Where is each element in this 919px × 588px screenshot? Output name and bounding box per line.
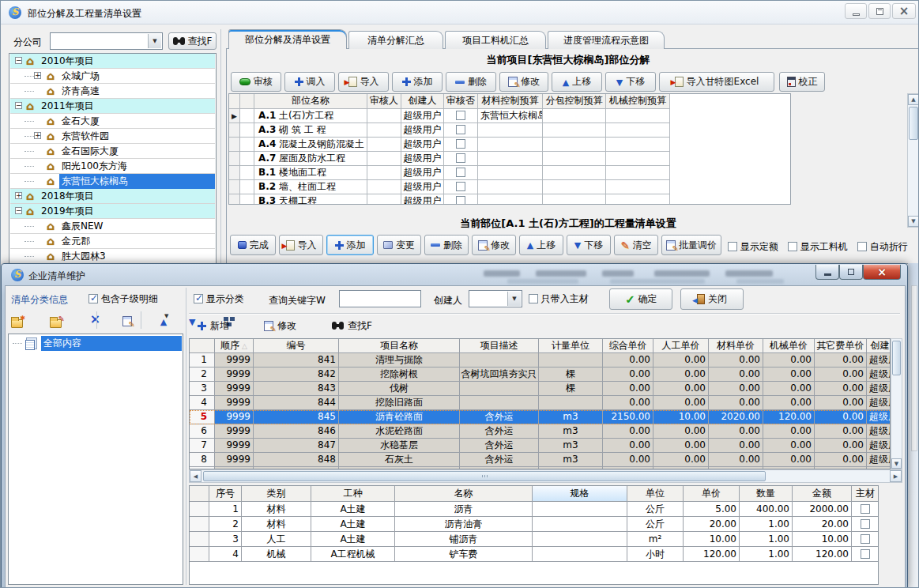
- cell-composite[interactable]: 0.00: [603, 396, 653, 410]
- cell-other[interactable]: 0.00: [815, 396, 867, 410]
- cell-qty[interactable]: 1.00: [740, 517, 793, 532]
- checkbox-checked[interactable]: [194, 294, 203, 303]
- cell-amount[interactable]: 20.00: [793, 517, 852, 532]
- cell-machine[interactable]: 0.00: [763, 424, 815, 439]
- cell-auditor[interactable]: [367, 109, 401, 123]
- tree-item-label[interactable]: 鑫辰NEW: [59, 219, 105, 234]
- cell-subcontract-budget[interactable]: [543, 123, 606, 138]
- cell-labor[interactable]: 0.00: [653, 396, 709, 410]
- header-amount[interactable]: 金额: [793, 486, 852, 502]
- modify-item-button[interactable]: 修改: [472, 235, 516, 255]
- cell-category[interactable]: 机械: [242, 547, 311, 562]
- cell-material[interactable]: 0.00: [709, 353, 763, 368]
- collapse-icon[interactable]: [15, 207, 22, 214]
- header-auditor[interactable]: 审核人: [367, 94, 401, 109]
- detail-row[interactable]: 1材料A土建沥青公斤5.00400.002000.00: [190, 502, 879, 517]
- parts-row[interactable]: B.1楼地面工程超级用户: [229, 166, 670, 180]
- cell-trade[interactable]: A工程机械: [311, 547, 395, 562]
- tree-item-label[interactable]: 金石国际大厦: [59, 144, 121, 159]
- cell-part-name[interactable]: A.7屋面及防水工程: [254, 152, 367, 166]
- cell-audit-flag[interactable]: [444, 152, 478, 166]
- expand-icon[interactable]: [34, 132, 41, 139]
- header-name[interactable]: 项目名称: [339, 339, 460, 353]
- close-dialog-button[interactable]: 关闭: [680, 288, 744, 310]
- cell-composite[interactable]: 2150.00: [603, 410, 653, 424]
- checkbox[interactable]: [456, 139, 465, 149]
- cell-name[interactable]: 铲车费: [395, 547, 533, 562]
- scrollbar-thumb[interactable]: [909, 107, 918, 140]
- cell-material[interactable]: 0.00: [709, 439, 763, 453]
- cell-desc[interactable]: 含外运: [460, 410, 539, 424]
- cell-subcontract-budget[interactable]: [543, 152, 606, 166]
- move-up-button[interactable]: 上移: [552, 72, 602, 92]
- parts-scrollbar[interactable]: [907, 93, 919, 228]
- cell-material-budget[interactable]: [478, 180, 543, 194]
- header-labor-price[interactable]: 人工单价: [653, 339, 709, 353]
- row-number[interactable]: 1: [190, 353, 215, 368]
- cell-trade[interactable]: A土建: [311, 517, 395, 532]
- new-button[interactable]: 新增: [198, 316, 229, 335]
- checkbox[interactable]: [861, 534, 870, 544]
- clear-button[interactable]: 清空: [614, 235, 658, 255]
- cell-unit[interactable]: m²: [627, 532, 684, 547]
- header-trade[interactable]: 工种: [311, 486, 395, 502]
- header-machine-price[interactable]: 机械单价: [763, 339, 815, 353]
- tree-item-label[interactable]: 全部内容: [41, 336, 182, 351]
- tab-progress-flow[interactable]: 进度管理流程示意图: [548, 31, 665, 49]
- cell-desc[interactable]: 含外运: [460, 453, 539, 467]
- tree-item-label[interactable]: 2010年项目: [39, 54, 96, 69]
- cell-order[interactable]: 9999: [215, 396, 254, 410]
- finish-button[interactable]: 完成: [230, 235, 276, 255]
- cell-unit[interactable]: m3: [539, 424, 603, 439]
- cell-seq[interactable]: 2: [209, 517, 242, 532]
- cell-material-budget[interactable]: [478, 166, 543, 180]
- cell-machine-budget[interactable]: [606, 123, 670, 138]
- cell-unit[interactable]: [539, 353, 603, 368]
- minimize-button[interactable]: [845, 3, 867, 19]
- chevron-down-icon[interactable]: ▼: [164, 313, 168, 319]
- cell-composite[interactable]: 0.00: [603, 453, 653, 467]
- show-quota-checkbox[interactable]: 显示定额: [728, 240, 778, 254]
- cell-composite[interactable]: 0.00: [603, 353, 653, 368]
- cell-auditor[interactable]: [367, 180, 401, 194]
- row-selector[interactable]: [190, 547, 209, 562]
- chevron-down-icon[interactable]: [507, 292, 521, 306]
- cell-qty[interactable]: 1.00: [740, 532, 793, 547]
- add-item-button[interactable]: 添加: [326, 235, 374, 255]
- import-button[interactable]: 导入: [338, 72, 389, 92]
- tree-item-label[interactable]: 金元郡: [59, 234, 92, 249]
- import-button2[interactable]: 导入: [279, 235, 323, 255]
- list-row[interactable]: 19999841清理与掘除0.000.000.000.000.00超级用户: [190, 353, 891, 368]
- cell-auditor[interactable]: [367, 166, 401, 180]
- maximize-button[interactable]: [868, 3, 891, 19]
- cell-creator[interactable]: 超级用户: [867, 396, 891, 410]
- checkbox[interactable]: [456, 111, 465, 120]
- cell-spec[interactable]: [533, 517, 627, 532]
- cell-code[interactable]: 848: [254, 453, 339, 467]
- batch-price-button[interactable]: 批量调价: [661, 235, 721, 255]
- cell-labor[interactable]: 0.00: [653, 453, 709, 467]
- cell-auditor[interactable]: [367, 123, 401, 138]
- list-row-selected[interactable]: 59999845沥青砼路面含外运m32150.0010.002020.00120…: [190, 410, 891, 424]
- cell-name[interactable]: 清理与掘除: [339, 353, 460, 368]
- cell-order[interactable]: 9999: [215, 439, 254, 453]
- tree-item-label[interactable]: 东营恒大棕榈岛: [59, 174, 215, 189]
- tree-item-label[interactable]: 2019年项目: [39, 204, 96, 219]
- cell-subcontract-budget[interactable]: [543, 138, 606, 152]
- cell-labor[interactable]: 10.00: [653, 410, 709, 424]
- cell-other[interactable]: 0.00: [815, 353, 867, 368]
- tree-item-all[interactable]: 全部内容: [9, 336, 182, 351]
- scroll-down-icon[interactable]: [891, 458, 902, 469]
- expand-icon[interactable]: [34, 72, 41, 79]
- cell-name[interactable]: 水泥砼路面: [339, 424, 460, 439]
- header-seq[interactable]: 序号: [209, 486, 242, 502]
- cell-other[interactable]: 0.00: [815, 439, 867, 453]
- cell-creator[interactable]: 超级用户: [401, 194, 444, 205]
- cell-machine-budget[interactable]: [606, 194, 670, 205]
- row-selector[interactable]: [229, 123, 240, 138]
- cell-material[interactable]: 0.00: [709, 382, 763, 396]
- cell-name[interactable]: 挖除树根: [339, 368, 460, 382]
- show-labor-checkbox[interactable]: 显示工料机: [788, 240, 848, 254]
- calibrate-button[interactable]: 校正: [779, 72, 825, 92]
- cell-material[interactable]: 0.00: [709, 396, 763, 410]
